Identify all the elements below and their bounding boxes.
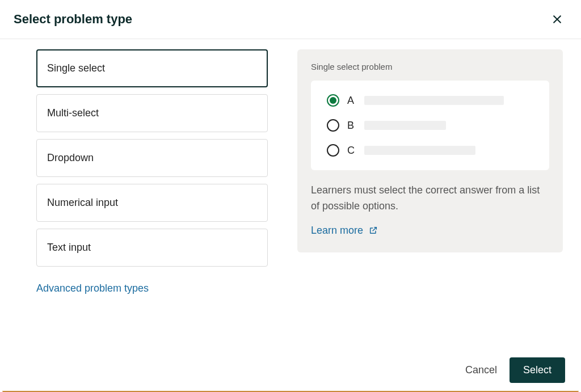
preview-card: A B C xyxy=(311,81,549,170)
dialog-title: Select problem type xyxy=(14,12,132,27)
preview-option-c-label: C xyxy=(347,145,356,157)
placeholder-bar xyxy=(364,121,446,130)
option-text-input[interactable]: Text input xyxy=(36,229,268,267)
preview-panel: Single select problem A B C Le xyxy=(297,49,563,252)
placeholder-bar xyxy=(364,96,504,105)
option-single-select[interactable]: Single select xyxy=(36,49,268,87)
radio-unchecked-icon xyxy=(327,119,339,132)
preview-option-a-label: A xyxy=(347,95,356,107)
option-dropdown[interactable]: Dropdown xyxy=(36,139,268,177)
close-button[interactable] xyxy=(549,11,565,27)
preview-option-b-label: B xyxy=(347,120,356,132)
dialog-footer: Cancel Select xyxy=(465,357,565,383)
placeholder-bar xyxy=(364,146,475,155)
preview-column: Single select problem A B C Le xyxy=(297,49,563,294)
preview-title: Single select problem xyxy=(311,62,549,71)
problem-type-list: Single select Multi-select Dropdown Nume… xyxy=(36,49,268,294)
svg-line-2 xyxy=(373,227,377,231)
preview-option-b: B xyxy=(327,119,533,132)
option-numerical-input[interactable]: Numerical input xyxy=(36,184,268,222)
preview-option-c: C xyxy=(327,144,533,157)
learn-more-label: Learn more xyxy=(311,225,363,237)
learn-more-link[interactable]: Learn more xyxy=(311,225,378,237)
select-button[interactable]: Select xyxy=(510,357,565,383)
radio-unchecked-icon xyxy=(327,144,339,157)
preview-description: Learners must select the correct answer … xyxy=(311,183,549,214)
external-link-icon xyxy=(369,226,378,235)
dialog-header: Select problem type xyxy=(0,0,581,39)
close-icon xyxy=(551,14,563,25)
radio-checked-icon xyxy=(327,94,339,107)
cancel-button[interactable]: Cancel xyxy=(465,364,497,376)
preview-option-a: A xyxy=(327,94,533,107)
option-multi-select[interactable]: Multi-select xyxy=(36,94,268,132)
advanced-problem-types-link[interactable]: Advanced problem types xyxy=(36,283,149,294)
dialog-body: Single select Multi-select Dropdown Nume… xyxy=(0,39,581,294)
